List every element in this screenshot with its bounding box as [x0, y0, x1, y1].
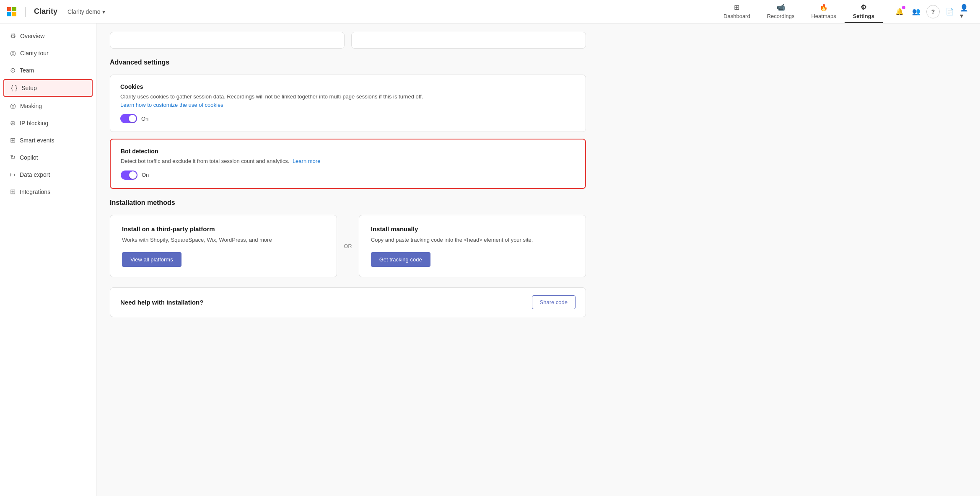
notification-badge	[902, 6, 905, 9]
sidebar-item-copilot[interactable]: ↻ Copilot	[3, 149, 93, 165]
sidebar-item-team-label: Team	[20, 67, 34, 74]
brand-logo: Clarity	[7, 7, 57, 17]
sidebar-item-ip-blocking-label: IP blocking	[20, 120, 48, 127]
sidebar-item-ip-blocking[interactable]: ⊕ IP blocking	[3, 115, 93, 131]
svg-rect-3	[12, 12, 16, 16]
cookies-toggle[interactable]	[120, 114, 137, 123]
team-icon: ⊙	[10, 66, 16, 74]
svg-rect-2	[7, 12, 11, 16]
dashboard-tab-label: Dashboard	[723, 13, 750, 19]
install-platform-title: Install on a third-party platform	[122, 225, 325, 232]
sidebar: ⚙ Overview ◎ Clarity tour ⊙ Team { } Set…	[0, 23, 96, 496]
bot-detection-learn-more-link[interactable]: Learn more	[293, 158, 320, 164]
view-all-platforms-button[interactable]: View all platforms	[122, 252, 181, 267]
smart-events-icon: ⊞	[10, 136, 16, 144]
cookies-title: Cookies	[120, 83, 576, 90]
install-manual-desc: Copy and paste tracking code into the <h…	[371, 236, 574, 244]
main-navigation-tabs: ⊞ Dashboard 📹 Recordings 🔥 Heatmaps ⚙ Se…	[715, 0, 883, 23]
sidebar-item-integrations-label: Integrations	[20, 189, 50, 195]
sidebar-item-data-export-label: Data export	[20, 171, 50, 178]
main-content-area: Advanced settings Cookies Clarity uses c…	[96, 23, 980, 496]
svg-rect-0	[7, 7, 11, 11]
sidebar-item-masking-label: Masking	[20, 103, 42, 109]
integrations-icon: ⊞	[10, 188, 16, 196]
clarity-brand-label: Clarity	[34, 7, 57, 16]
project-name: Clarity demo	[67, 8, 101, 15]
cookies-toggle-row: On	[120, 114, 576, 123]
microsoft-logo-icon	[7, 7, 17, 17]
need-help-title: Need help with installation?	[120, 299, 203, 306]
top-cards-partial	[110, 32, 586, 49]
recordings-icon: 📹	[777, 3, 785, 11]
or-divider: OR	[337, 215, 359, 278]
sidebar-item-smart-events-label: Smart events	[20, 137, 54, 144]
masking-icon: ◎	[10, 102, 16, 110]
user-menu-button[interactable]: 👤 ▾	[960, 5, 973, 18]
bot-detection-description: Detect bot traffic and exclude it from t…	[121, 157, 575, 165]
bot-detection-toggle-label: On	[142, 172, 149, 178]
logo-divider	[25, 7, 26, 17]
bot-detection-settings-block: Bot detection Detect bot traffic and exc…	[110, 139, 586, 189]
cookies-learn-more-link[interactable]: Learn how to customize the use of cookie…	[120, 102, 223, 108]
recordings-tab-label: Recordings	[767, 13, 795, 19]
sidebar-item-overview-label: Overview	[20, 33, 44, 39]
tab-heatmaps[interactable]: 🔥 Heatmaps	[803, 0, 844, 23]
tab-settings[interactable]: ⚙ Settings	[845, 0, 883, 23]
share-code-button[interactable]: Share code	[532, 295, 576, 309]
overview-icon: ⚙	[10, 32, 16, 40]
heatmaps-icon: 🔥	[819, 3, 828, 11]
project-chevron-icon: ▾	[102, 8, 105, 15]
install-platform-card: Install on a third-party platform Works …	[110, 215, 337, 278]
docs-button[interactable]: 📄	[943, 5, 957, 18]
content-inner: Advanced settings Cookies Clarity uses c…	[96, 23, 599, 334]
dashboard-icon: ⊞	[734, 3, 739, 11]
project-selector[interactable]: Clarity demo ▾	[64, 7, 109, 17]
get-tracking-code-button[interactable]: Get tracking code	[371, 252, 430, 267]
installation-cards: Install on a third-party platform Works …	[110, 215, 586, 278]
install-manual-title: Install manually	[371, 225, 574, 232]
sidebar-item-masking[interactable]: ◎ Masking	[3, 98, 93, 114]
advanced-settings-heading: Advanced settings	[110, 59, 586, 66]
help-button[interactable]: ?	[926, 5, 940, 18]
topnav-actions: 🔔 👥 ? 📄 👤 ▾	[893, 5, 973, 18]
bot-detection-toggle[interactable]	[121, 170, 137, 180]
cookies-settings-block: Cookies Clarity uses cookies to gather s…	[110, 75, 586, 132]
svg-rect-1	[12, 7, 16, 11]
cookies-toggle-label: On	[141, 116, 148, 122]
tab-recordings[interactable]: 📹 Recordings	[759, 0, 803, 23]
sidebar-item-setup[interactable]: { } Setup	[3, 79, 93, 97]
bot-detection-toggle-row: On	[121, 170, 575, 180]
top-card-left	[110, 32, 345, 49]
notifications-button[interactable]: 🔔	[893, 5, 906, 18]
data-export-icon: ↦	[10, 170, 16, 178]
app-layout: ⚙ Overview ◎ Clarity tour ⊙ Team { } Set…	[0, 23, 980, 496]
settings-tab-label: Settings	[853, 13, 874, 19]
install-manual-card: Install manually Copy and paste tracking…	[359, 215, 586, 278]
installation-methods-heading: Installation methods	[110, 199, 586, 207]
sidebar-item-smart-events[interactable]: ⊞ Smart events	[3, 132, 93, 148]
ip-blocking-icon: ⊕	[10, 119, 16, 127]
heatmaps-tab-label: Heatmaps	[811, 13, 836, 19]
tab-dashboard[interactable]: ⊞ Dashboard	[715, 0, 759, 23]
sidebar-item-data-export[interactable]: ↦ Data export	[3, 166, 93, 183]
sidebar-item-integrations[interactable]: ⊞ Integrations	[3, 183, 93, 200]
sidebar-item-clarity-tour-label: Clarity tour	[20, 50, 49, 57]
settings-icon: ⚙	[861, 3, 866, 11]
sidebar-item-overview[interactable]: ⚙ Overview	[3, 28, 93, 44]
top-navigation: Clarity Clarity demo ▾ ⊞ Dashboard 📹 Rec…	[0, 0, 980, 23]
setup-icon: { }	[11, 84, 17, 92]
sidebar-item-team[interactable]: ⊙ Team	[3, 62, 93, 78]
bot-detection-title: Bot detection	[121, 148, 575, 155]
copilot-icon: ↻	[10, 153, 16, 161]
clarity-tour-icon: ◎	[10, 49, 16, 57]
install-platform-desc: Works with Shopify, SquareSpace, Wix, Wo…	[122, 236, 325, 244]
need-help-bar: Need help with installation? Share code	[110, 287, 586, 317]
team-button[interactable]: 👥	[910, 5, 923, 18]
sidebar-item-clarity-tour[interactable]: ◎ Clarity tour	[3, 45, 93, 61]
sidebar-item-copilot-label: Copilot	[20, 154, 38, 161]
top-card-right	[351, 32, 586, 49]
cookies-description: Clarity uses cookies to gather session d…	[120, 93, 576, 109]
sidebar-item-setup-label: Setup	[21, 85, 37, 91]
